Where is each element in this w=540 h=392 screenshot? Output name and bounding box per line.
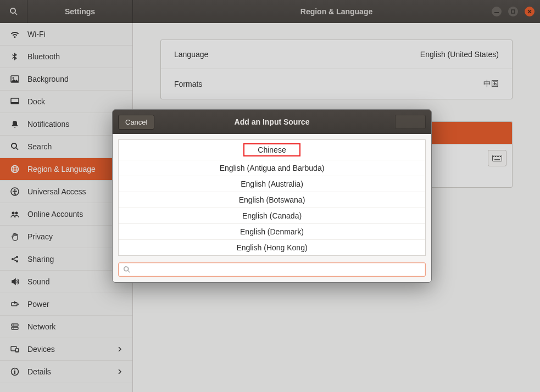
language-option-label: Chinese [243, 143, 300, 156]
dialog-search-row[interactable] [118, 262, 426, 277]
cancel-button[interactable]: Cancel [118, 115, 154, 130]
language-option[interactable]: Chinese [119, 140, 425, 160]
language-option-label: English (Botswana) [239, 195, 305, 204]
language-option[interactable]: English (Botswana) [119, 192, 425, 208]
language-option-label: English (Australia) [241, 180, 303, 188]
add-button[interactable] [395, 115, 426, 129]
language-option-label: English (Hong Kong) [236, 243, 307, 252]
add-input-source-dialog: Cancel Add an Input Source ChineseEnglis… [112, 109, 432, 283]
language-option-label: English (Denmark) [240, 227, 304, 236]
language-option-label: English (Canada) [242, 211, 302, 220]
language-option[interactable]: English (Hong Kong) [119, 240, 425, 255]
search-icon [123, 266, 131, 273]
language-option[interactable]: English (Antigua and Barbuda) [119, 160, 425, 176]
language-option-label: English (Antigua and Barbuda) [220, 164, 325, 172]
language-option[interactable]: English (Canada) [119, 208, 425, 224]
dialog-body: ChineseEnglish (Antigua and Barbuda)Engl… [113, 134, 431, 282]
language-list[interactable]: ChineseEnglish (Antigua and Barbuda)Engl… [118, 139, 426, 256]
language-option[interactable]: English (Australia) [119, 176, 425, 192]
dialog-title: Add an Input Source [235, 117, 310, 126]
language-option[interactable]: English (Denmark) [119, 224, 425, 240]
dialog-header: Cancel Add an Input Source [113, 110, 431, 134]
dialog-search-input[interactable] [134, 265, 421, 274]
